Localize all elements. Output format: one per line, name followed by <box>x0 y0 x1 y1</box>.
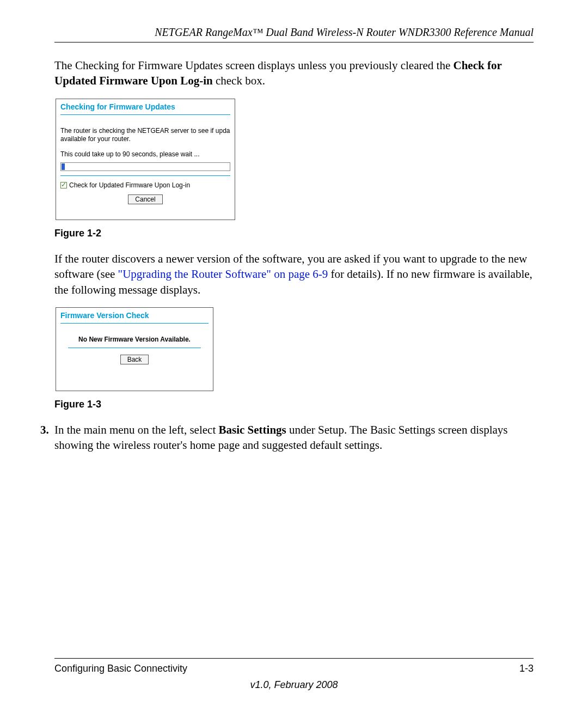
firmware-version-dialog: Firmware Version Check No New Firmware V… <box>56 307 213 391</box>
page-footer: Configuring Basic Connectivity 1-3 <box>54 658 534 674</box>
figure-caption-1: Figure 1-2 <box>54 228 534 239</box>
step3-text-bold: Basic Settings <box>219 423 286 436</box>
back-button[interactable]: Back <box>120 355 149 364</box>
para1-text-a: The Checking for Firmware Updates screen… <box>54 59 453 72</box>
footer-rule <box>54 658 534 659</box>
dialog1-progress-bar <box>60 162 230 171</box>
footer-version: v1.0, February 2008 <box>54 679 534 691</box>
paragraph-1: The Checking for Firmware Updates screen… <box>54 58 534 89</box>
step-3: 3. In the main menu on the left, select … <box>35 422 534 453</box>
dialog2-rule <box>60 323 209 324</box>
dialog2-rule2 <box>68 348 201 348</box>
paragraph-2: If the router discovers a newer version … <box>54 251 534 297</box>
firmware-check-dialog: Checking for Firmware Updates The router… <box>56 99 235 220</box>
header-rule <box>54 42 534 42</box>
upgrade-software-link[interactable]: "Upgrading the Router Software" on page … <box>118 267 328 281</box>
figure-caption-2: Figure 1-3 <box>54 399 534 410</box>
dialog1-checkbox-row: Check for Updated Firmware Upon Log-in <box>56 180 235 194</box>
dialog1-rule2 <box>60 175 230 176</box>
cancel-button[interactable]: Cancel <box>128 194 162 204</box>
step-3-text: In the main menu on the left, select Bas… <box>54 422 534 453</box>
firmware-checkbox-label: Check for Updated Firmware Upon Log-in <box>69 181 190 189</box>
dialog2-message: No New Firmware Version Available. <box>56 336 213 348</box>
dialog1-wait-text: This could take up to 90 seconds, please… <box>56 147 235 162</box>
step3-text-a: In the main menu on the left, select <box>54 423 219 436</box>
dialog1-text: The router is checking the NETGEAR serve… <box>56 127 235 147</box>
dialog1-title: Checking for Firmware Updates <box>56 99 235 113</box>
footer-page-number: 1-3 <box>519 663 534 674</box>
para1-text-c: check box. <box>213 74 265 87</box>
footer-section: Configuring Basic Connectivity <box>54 663 187 674</box>
firmware-checkbox[interactable] <box>60 182 67 188</box>
dialog1-rule <box>60 114 230 115</box>
dialog2-title: Firmware Version Check <box>56 308 213 322</box>
page-header-title: NETGEAR RangeMax™ Dual Band Wireless-N R… <box>54 26 534 42</box>
step-3-number: 3. <box>35 422 48 453</box>
